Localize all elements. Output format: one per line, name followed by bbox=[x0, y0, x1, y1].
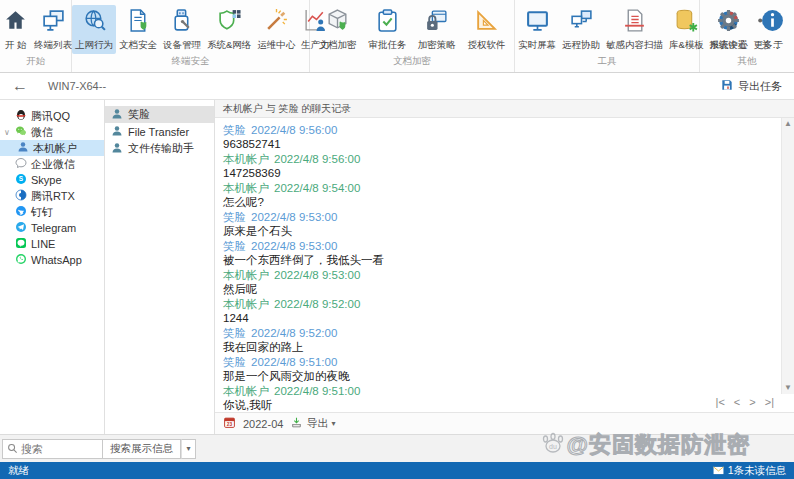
chat-message: 本机帐户2022/4/8 9:56:00 147258369 bbox=[223, 152, 776, 180]
month-label[interactable]: 2022-04 bbox=[243, 418, 283, 430]
contact-list: 笑脸 File Transfer 文件传输助手 bbox=[105, 100, 215, 434]
contact-item-smiley[interactable]: 笑脸 bbox=[105, 106, 214, 123]
ribbon-group-label: 文档加密 bbox=[310, 55, 514, 72]
ribbon-item-label: 设备管理 bbox=[163, 39, 201, 52]
message-sender: 笑脸 bbox=[223, 327, 246, 339]
ribbon-item-start[interactable]: 开 始 bbox=[0, 5, 31, 54]
message-sender: 笑脸 bbox=[223, 356, 246, 368]
main-area: 腾讯QQ ∨ 微信 本机帐户 企业微信 S Skype 腾讯RTX bbox=[0, 100, 794, 434]
ribbon-group-start: 开 始 终端列表 开始 bbox=[0, 0, 72, 72]
message-time: 2022/4/8 9:56:00 bbox=[251, 124, 337, 136]
search-input[interactable] bbox=[21, 443, 95, 455]
chat-message: 本机帐户2022/4/8 9:54:00 怎么呢? bbox=[223, 181, 776, 209]
chevron-down-icon: ∨ bbox=[3, 128, 11, 137]
sidebar-item-telegram[interactable]: Telegram bbox=[0, 220, 104, 236]
ribbon-item-system-settings[interactable]: 系统设置 bbox=[706, 5, 750, 54]
ribbon-item-label: 远程协助 bbox=[562, 39, 600, 52]
search-filter-button[interactable]: 搜索展示信息 bbox=[103, 439, 181, 459]
calendar-icon[interactable]: 23 bbox=[223, 416, 236, 431]
subheader-bar: ← WIN7-X64-- 导出任务 bbox=[0, 73, 794, 100]
message-text: 你说,我听 bbox=[223, 398, 776, 412]
ribbon-item-doc-encrypt[interactable]: 文档加密 bbox=[316, 5, 360, 54]
status-bar: 就绪 1条未读信息 bbox=[0, 462, 794, 479]
message-time: 2022/4/8 9:51:00 bbox=[251, 356, 337, 368]
chat-message: 笑脸2022/4/8 9:52:00 我在回家的路上 bbox=[223, 326, 776, 354]
ribbon-item-licensed-software[interactable]: 授权软件 bbox=[464, 5, 508, 54]
doc-security-icon bbox=[126, 8, 151, 37]
page-next-button[interactable]: > bbox=[749, 396, 755, 408]
set-square-icon bbox=[474, 8, 499, 37]
sidebar-item-skype[interactable]: S Skype bbox=[0, 172, 104, 188]
contact-label: File Transfer bbox=[128, 126, 189, 138]
message-sender: 本机帐户 bbox=[223, 298, 269, 310]
message-text: 怎么呢? bbox=[223, 195, 776, 209]
chat-message: 笑脸2022/4/8 9:53:00 原来是个石头 bbox=[223, 210, 776, 238]
scroll-up-icon[interactable]: ▲ bbox=[784, 118, 792, 130]
ribbon-item-encrypt-policy[interactable]: 加密策略 bbox=[415, 5, 459, 54]
ribbon-group-other: 系统设置 关 于 其他 bbox=[700, 0, 794, 72]
sidebar-item-label: 微信 bbox=[31, 125, 53, 140]
ribbon-group-label: 终端安全 bbox=[72, 55, 309, 72]
ribbon-item-about[interactable]: 关 于 bbox=[757, 5, 788, 54]
chat-scrollbar[interactable]: ▲ ▼ bbox=[781, 118, 794, 394]
contact-item-file-assistant[interactable]: 文件传输助手 bbox=[105, 140, 214, 157]
ribbon-item-label: 审批任务 bbox=[368, 39, 406, 52]
page-prev-button[interactable]: < bbox=[734, 396, 740, 408]
unread-message-indicator[interactable]: 1条未读信息 bbox=[713, 464, 786, 478]
app-sidebar: 腾讯QQ ∨ 微信 本机帐户 企业微信 S Skype 腾讯RTX bbox=[0, 100, 105, 434]
sidebar-item-wecom[interactable]: 企业微信 bbox=[0, 156, 104, 172]
ribbon-item-device-mgmt[interactable]: 设备管理 bbox=[160, 5, 204, 54]
ribbon-toolbar: 开 始 终端列表 开始 上网行为 文档安全 设备管理 bbox=[0, 0, 794, 73]
remote-assist-icon bbox=[569, 8, 594, 37]
ribbon-item-label: 实时屏幕 bbox=[518, 39, 556, 52]
ribbon-item-label: 系统设置 bbox=[709, 39, 747, 52]
ribbon-item-web-behavior[interactable]: 上网行为 bbox=[72, 5, 116, 54]
back-arrow-icon[interactable]: ← bbox=[12, 78, 28, 94]
ribbon-item-ops-center[interactable]: 运维中心 bbox=[254, 5, 298, 54]
sidebar-item-line[interactable]: LINE bbox=[0, 236, 104, 252]
sidebar-item-dingtalk[interactable]: 钉钉 bbox=[0, 204, 104, 220]
search-row: 搜索展示信息 ▾ bbox=[0, 434, 794, 462]
sidebar-item-whatsapp[interactable]: WhatsApp bbox=[0, 252, 104, 268]
ribbon-item-doc-security[interactable]: 文档安全 bbox=[116, 5, 160, 54]
monitor-icon bbox=[525, 8, 550, 37]
sidebar-item-qq[interactable]: 腾讯QQ bbox=[0, 108, 104, 124]
contact-item-file-transfer[interactable]: File Transfer bbox=[105, 123, 214, 140]
sidebar-item-label: Skype bbox=[31, 174, 62, 186]
ribbon-item-terminal-list[interactable]: 终端列表 bbox=[31, 5, 75, 54]
ribbon-group-label: 其他 bbox=[700, 55, 794, 72]
ribbon-item-system-network[interactable]: 系统&网络 bbox=[204, 5, 254, 54]
person-icon bbox=[111, 142, 123, 156]
ribbon-item-approval-tasks[interactable]: 审批任务 bbox=[365, 5, 409, 54]
page-last-button[interactable]: >| bbox=[765, 396, 774, 408]
chevron-down-icon: ▾ bbox=[331, 419, 335, 428]
sidebar-item-local-account[interactable]: 本机帐户 bbox=[0, 140, 104, 156]
chat-message: 本机帐户2022/4/8 9:52:00 1244 bbox=[223, 297, 776, 325]
scroll-down-icon[interactable]: ▼ bbox=[784, 382, 792, 394]
export-task-button[interactable]: 导出任务 bbox=[720, 78, 782, 94]
ribbon-item-remote-assist[interactable]: 远程协助 bbox=[559, 5, 603, 54]
terminal-list-icon bbox=[41, 8, 66, 37]
chat-message: 本机帐户2022/4/8 9:53:00 然后呢 bbox=[223, 268, 776, 296]
database-icon bbox=[674, 8, 699, 37]
message-time: 2022/4/8 9:53:00 bbox=[274, 269, 360, 281]
page-first-button[interactable]: |< bbox=[716, 396, 725, 408]
chat-message: 笑脸2022/4/8 9:51:00 那是一个风雨交加的夜晚 bbox=[223, 355, 776, 383]
message-time: 2022/4/8 9:56:00 bbox=[274, 153, 360, 165]
dingtalk-icon bbox=[15, 205, 27, 219]
ribbon-item-sensitive-scan[interactable]: 敏感内容扫描 bbox=[603, 5, 666, 54]
ribbon-item-realtime-screen[interactable]: 实时屏幕 bbox=[515, 5, 559, 54]
sidebar-item-rtx[interactable]: 腾讯RTX bbox=[0, 188, 104, 204]
person-icon bbox=[111, 125, 123, 139]
sidebar-item-label: 钉钉 bbox=[31, 205, 53, 220]
chat-panel: 本机帐户 与 笑脸 的聊天记录 笑脸2022/4/8 9:56:00 96385… bbox=[215, 100, 794, 434]
ribbon-item-label: 上网行为 bbox=[75, 39, 113, 52]
search-box[interactable] bbox=[2, 439, 103, 459]
svg-text:23: 23 bbox=[227, 422, 233, 427]
export-button[interactable]: 导出 ▾ bbox=[290, 416, 335, 431]
filter-dropdown-icon[interactable]: ▾ bbox=[181, 439, 196, 459]
message-sender: 本机帐户 bbox=[223, 385, 269, 397]
wecom-icon bbox=[15, 157, 27, 171]
sidebar-item-wechat[interactable]: ∨ 微信 bbox=[0, 124, 104, 140]
pagination: |< < > >| bbox=[716, 396, 774, 408]
